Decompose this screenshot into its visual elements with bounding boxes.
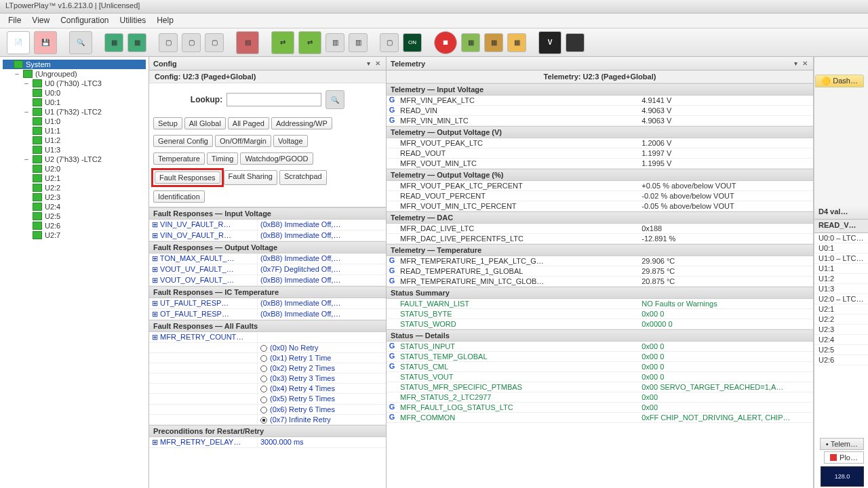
telemetry-row[interactable]: GREAD_TEMPERATURE_1_GLOBAL29.875 °C <box>387 266 813 277</box>
tree-ch[interactable]: U2:5 <box>45 212 60 220</box>
ram-to-pc-icon[interactable]: ⇄ <box>298 31 321 54</box>
config-row[interactable]: ⊞ VOUT_OV_FAULT_…(0xB8) Immediate Off,… <box>149 275 386 286</box>
right-list-item[interactable]: U2:4 <box>814 335 868 345</box>
tree-ch[interactable]: U0:1 <box>45 98 60 106</box>
menu-view[interactable]: View <box>32 16 50 26</box>
pane-controls[interactable]: ▾ ✕ <box>794 60 809 67</box>
menu-configuration[interactable]: Configuration <box>60 16 108 26</box>
telemetry-row[interactable]: GMFR_TEMPERATURE_1_PEAK_LTC_G…29.906 °C <box>387 256 813 266</box>
retry-option[interactable]: (0x2) Retry 2 Times <box>149 363 386 373</box>
retry-option[interactable]: (0x3) Retry 3 Times <box>149 373 386 384</box>
config-tab[interactable]: Config <box>153 60 177 68</box>
tab-temperature[interactable]: Temperature <box>153 152 205 165</box>
tree-group[interactable]: (Ungrouped) <box>35 70 77 78</box>
tree-ch[interactable]: U1:3 <box>45 146 60 154</box>
right-list-item[interactable]: U2:2 <box>814 314 868 325</box>
tb-btn-8[interactable]: ▥ <box>349 33 368 52</box>
telemetry-row[interactable]: STATUS_BYTE0x00 0 <box>387 309 813 319</box>
right-list-item[interactable]: U1:1 <box>814 264 868 274</box>
tab-watchdog[interactable]: Watchdog/PGOOD <box>240 152 313 165</box>
telemetry-row[interactable]: GMFR_FAULT_LOG_STATUS_LTC0x00 <box>387 403 813 413</box>
tree-ch[interactable]: U2:0 <box>45 165 60 173</box>
tab-scratchpad[interactable]: Scratchpad <box>279 170 327 185</box>
tb-btn-9[interactable]: ▢ <box>380 33 399 52</box>
tb-btn-7[interactable]: ▥ <box>326 33 344 52</box>
config-row[interactable]: ⊞ VIN_UV_FAULT_R…(0xB8) Immediate Off,… <box>149 220 386 230</box>
telemetry-row[interactable]: FAULT_WARN_LISTNO Faults or Warnings <box>387 299 813 309</box>
telemetry-row[interactable]: READ_VOUT_PERCENT-0.02 % above/below VOU… <box>387 191 813 201</box>
right-list-item[interactable]: U1:0 – LTC… <box>814 253 868 264</box>
retry-option[interactable]: (0x4) Retry 4 Times <box>149 384 386 394</box>
menu-file[interactable]: File <box>8 16 21 26</box>
tab-all-global[interactable]: All Global <box>184 117 226 129</box>
tree-ch[interactable]: U2:1 <box>45 174 60 182</box>
d4-label[interactable]: D4 val… <box>814 206 868 220</box>
tree-ch[interactable]: U1:2 <box>45 136 60 144</box>
tree-root[interactable]: System <box>26 60 51 68</box>
retry-option[interactable]: (0x7) Infinite Retry <box>149 415 386 425</box>
telemetry-row[interactable]: STATUS_MFR_SPECIFIC_PTMBAS0x00 SERVO_TAR… <box>387 382 813 392</box>
tree-ch[interactable]: U1:0 <box>45 117 60 125</box>
telemetry-grid[interactable]: Telemetry — Input VoltageGMFR_VIN_PEAK_L… <box>387 83 813 488</box>
right-list-item[interactable]: U0:1 <box>814 243 868 253</box>
tree-ch[interactable]: U2:4 <box>45 203 60 211</box>
right-list-item[interactable]: U0:0 – LTC… <box>814 233 868 243</box>
telemetry-side-tab[interactable]: ▪ Telem… <box>820 438 864 450</box>
tab-setup[interactable]: Setup <box>153 117 182 129</box>
bottom-widget[interactable]: 128.0 <box>821 466 864 487</box>
telemetry-row[interactable]: MFR_DAC_LIVE_PERCENTFS_LTC-12.891 % <box>387 234 813 244</box>
group-icon[interactable]: ▦ <box>566 33 585 52</box>
tb-btn-3[interactable]: ▢ <box>159 33 178 52</box>
pc-to-ram-icon[interactable]: ⇄ <box>271 31 294 54</box>
config-row[interactable]: ⊞ MFR_RETRY_COUNT… <box>149 332 386 343</box>
tb-btn-10[interactable]: ▦ <box>461 33 480 52</box>
telemetry-row[interactable]: GMFR_COMMON0xFF CHIP_NOT_DRIVING_ALERT, … <box>387 413 813 423</box>
stop-icon[interactable]: ⏹ <box>434 31 457 54</box>
tree-ch[interactable]: U2:7 <box>45 231 60 239</box>
tab-addressing[interactable]: Addressing/WP <box>271 117 332 129</box>
right-list-item[interactable]: U2:0 – LTC… <box>814 294 868 304</box>
telemetry-row[interactable]: GSTATUS_CML0x00 0 <box>387 362 813 372</box>
config-row[interactable]: ⊞ VOUT_UV_FAULT_…(0x7F) Deglitched Off,… <box>149 264 386 275</box>
tab-general-config[interactable]: General Config <box>153 135 213 147</box>
telemetry-row[interactable]: STATUS_WORD0x0000 0 <box>387 319 813 329</box>
system-tree[interactable]: −System −(Ungrouped) −U0 (7'h30) -LTC3 U… <box>0 57 149 488</box>
save-icon[interactable]: 💾 <box>34 31 57 54</box>
retry-option[interactable]: (0x6) Retry 6 Times <box>149 405 386 415</box>
tree-ch[interactable]: U2:6 <box>45 222 60 230</box>
right-list-item[interactable]: U1:3 <box>814 284 868 294</box>
telemetry-row[interactable]: GSTATUS_INPUT0x00 0 <box>387 342 813 352</box>
telemetry-row[interactable]: MFR_VOUT_MIN_LTC_PERCENT-0.05 % above/be… <box>387 201 813 211</box>
telemetry-row[interactable]: MFR_VOUT_PEAK_LTC_PERCENT+0.05 % above/b… <box>387 181 813 191</box>
tab-all-paged[interactable]: All Paged <box>228 117 269 129</box>
tree-dev-u1[interactable]: U1 (7'h32) -LTC2 <box>45 108 102 116</box>
search-icon[interactable]: 🔍 <box>69 31 92 54</box>
plot-side-tab[interactable]: Plo… <box>824 451 864 464</box>
on-icon[interactable]: ON <box>403 33 422 52</box>
tb-btn-6[interactable]: ▤ <box>236 31 259 54</box>
right-list-item[interactable]: U2:3 <box>814 325 868 335</box>
tb-btn-1[interactable]: ▦ <box>104 33 123 52</box>
lookup-input[interactable] <box>226 93 321 106</box>
tb-btn-2[interactable]: ▦ <box>127 33 146 52</box>
config-row[interactable]: ⊞ MFR_RETRY_DELAY…3000.000 ms <box>149 437 386 448</box>
tree-ch[interactable]: U2:2 <box>45 184 60 192</box>
new-icon[interactable]: 📄 <box>7 31 30 54</box>
tree-ch[interactable]: U0:0 <box>45 89 60 97</box>
right-list-item[interactable]: U1:2 <box>814 274 868 284</box>
tab-timing[interactable]: Timing <box>207 152 239 165</box>
right-list-item[interactable]: U2:5 <box>814 345 868 355</box>
telemetry-row[interactable]: GMFR_TEMPERATURE_MIN_LTC_GLOB…20.875 °C <box>387 277 813 287</box>
telemetry-row[interactable]: MFR_VOUT_MIN_LTC1.1995 V <box>387 159 813 169</box>
tree-dev-u2[interactable]: U2 (7'h33) -LTC2 <box>45 155 102 163</box>
config-row[interactable]: ⊞ OT_FAULT_RESP…(0xB8) Immediate Off,… <box>149 309 386 320</box>
telemetry-row[interactable]: MFR_VOUT_PEAK_LTC1.2006 V <box>387 138 813 148</box>
telemetry-row[interactable]: GMFR_VIN_PEAK_LTC4.9141 V <box>387 96 813 106</box>
tree-dev-u0[interactable]: U0 (7'h30) -LTC3 <box>45 79 102 87</box>
tb-btn-4[interactable]: ▢ <box>182 33 201 52</box>
telemetry-row[interactable]: GREAD_VIN4.9063 V <box>387 106 813 116</box>
config-row[interactable]: ⊞ VIN_OV_FAULT_R…(0xB8) Immediate Off,… <box>149 230 386 241</box>
retry-option[interactable]: (0x0) No Retry <box>149 343 386 353</box>
retry-option[interactable]: (0x5) Retry 5 Times <box>149 394 386 404</box>
tb-btn-5[interactable]: ▢ <box>205 33 224 52</box>
